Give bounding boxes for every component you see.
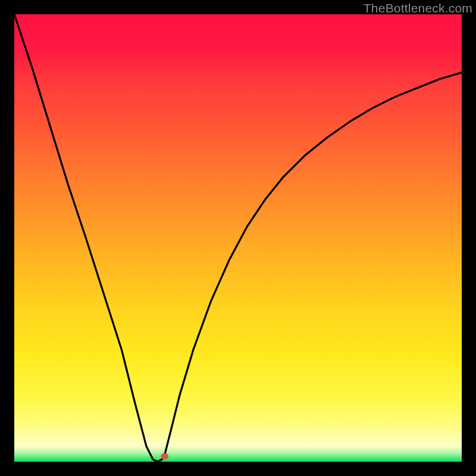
chart-frame [14,14,462,462]
chart-background-gradient [14,14,462,462]
watermark-text: TheBottleneck.com [364,1,472,15]
